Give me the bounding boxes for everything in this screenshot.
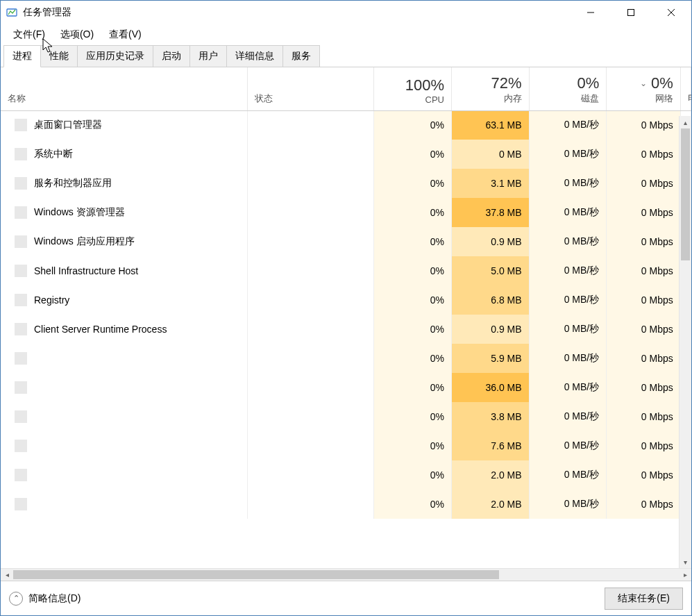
process-status: [247, 256, 374, 285]
process-name: [1, 373, 247, 402]
process-name: 桌面窗口管理器: [1, 110, 247, 140]
menu-file[interactable]: 文件(F): [6, 26, 52, 44]
scroll-down-icon[interactable]: ▾: [680, 556, 691, 568]
tab-5[interactable]: 详细信息: [226, 45, 283, 67]
scroll-left-icon[interactable]: ◂: [1, 569, 13, 581]
table-row[interactable]: 服务和控制器应用0%3.1 MB0 MB/秒0 Mbps: [1, 169, 691, 198]
process-cpu: 0%: [374, 373, 452, 402]
scroll-right-icon[interactable]: ▸: [679, 569, 691, 581]
process-disk: 0 MB/秒: [529, 373, 607, 402]
end-task-button[interactable]: 结束任务(E): [605, 588, 683, 610]
process-icon: [15, 119, 27, 131]
process-status: [247, 373, 374, 402]
col-header-memory[interactable]: 72% 内存: [451, 67, 529, 110]
table-row[interactable]: 0%5.9 MB0 MB/秒0 Mbps: [1, 344, 691, 373]
process-memory: 3.8 MB: [451, 402, 529, 431]
col-header-name[interactable]: 名称: [1, 67, 247, 110]
process-disk: 0 MB/秒: [529, 227, 607, 256]
process-name: [1, 344, 247, 373]
content-area: 名称 状态 100% CPU 72% 内存 0% 磁盘: [1, 67, 691, 581]
close-button[interactable]: [651, 1, 691, 24]
tabstrip: 进程性能应用历史记录启动用户详细信息服务: [1, 45, 691, 67]
table-row[interactable]: Client Server Runtime Process0%0.9 MB0 M…: [1, 315, 691, 344]
process-name: [1, 431, 247, 460]
tab-2[interactable]: 应用历史记录: [77, 45, 153, 67]
process-status: [247, 198, 374, 227]
minimize-button[interactable]: [571, 1, 611, 24]
fewer-details-label: 简略信息(D): [28, 592, 81, 605]
process-name: 系统中断: [1, 140, 247, 169]
window-controls: [571, 1, 691, 24]
table-row[interactable]: Registry0%6.8 MB0 MB/秒0 Mbps: [1, 285, 691, 315]
horizontal-scrollbar[interactable]: ◂ ▸: [1, 568, 691, 581]
process-icon: [15, 235, 27, 248]
process-network: 0 Mbps: [607, 110, 681, 140]
process-status: [247, 169, 374, 198]
process-status: [247, 344, 374, 373]
scroll-up-icon[interactable]: ▴: [680, 116, 691, 128]
table-row[interactable]: 桌面窗口管理器0%63.1 MB0 MB/秒0 Mbps: [1, 110, 691, 140]
process-disk: 0 MB/秒: [529, 490, 607, 519]
process-network: 0 Mbps: [607, 140, 681, 169]
table-row[interactable]: 0%7.6 MB0 MB/秒0 Mbps: [1, 431, 691, 460]
process-network: 0 Mbps: [607, 169, 681, 198]
process-memory: 6.8 MB: [451, 285, 529, 315]
process-status: [247, 460, 374, 490]
process-memory: 2.0 MB: [451, 460, 529, 490]
tab-1[interactable]: 性能: [40, 45, 78, 67]
process-network: 0 Mbps: [607, 460, 681, 490]
table-row[interactable]: 0%36.0 MB0 MB/秒0 Mbps: [1, 373, 691, 402]
process-status: [247, 227, 374, 256]
process-memory: 7.6 MB: [451, 431, 529, 460]
table-row[interactable]: Windows 资源管理器0%37.8 MB0 MB/秒0 Mbps: [1, 198, 691, 227]
process-name: [1, 490, 247, 519]
col-header-disk[interactable]: 0% 磁盘: [529, 67, 607, 110]
process-name: 服务和控制器应用: [1, 169, 247, 198]
maximize-button[interactable]: [611, 1, 651, 24]
table-row[interactable]: Shell Infrastructure Host0%5.0 MB0 MB/秒0…: [1, 256, 691, 285]
menubar: 文件(F) 选项(O) 查看(V): [1, 24, 691, 45]
process-disk: 0 MB/秒: [529, 110, 607, 140]
process-memory: 3.1 MB: [451, 169, 529, 198]
vertical-scrollbar[interactable]: ▴ ▾: [679, 116, 691, 568]
process-memory: 36.0 MB: [451, 373, 529, 402]
process-icon: [15, 206, 27, 219]
process-cpu: 0%: [374, 431, 452, 460]
process-disk: 0 MB/秒: [529, 169, 607, 198]
table-row[interactable]: 0%2.0 MB0 MB/秒0 Mbps: [1, 490, 691, 519]
fewer-details-button[interactable]: ⌃ 简略信息(D): [9, 592, 81, 606]
col-header-status[interactable]: 状态: [247, 67, 374, 110]
process-disk: 0 MB/秒: [529, 140, 607, 169]
process-disk: 0 MB/秒: [529, 285, 607, 315]
col-header-cpu[interactable]: 100% CPU: [374, 67, 452, 110]
process-disk: 0 MB/秒: [529, 460, 607, 490]
tab-3[interactable]: 启动: [153, 45, 190, 67]
table-row[interactable]: 0%3.8 MB0 MB/秒0 Mbps: [1, 402, 691, 431]
process-cpu: 0%: [374, 169, 452, 198]
process-name: Windows 启动应用程序: [1, 227, 247, 256]
table-row[interactable]: Windows 启动应用程序0%0.9 MB0 MB/秒0 Mbps: [1, 227, 691, 256]
col-header-network[interactable]: ⌄ 0% 网络: [607, 67, 681, 110]
process-icon: [15, 177, 27, 190]
process-status: [247, 402, 374, 431]
process-status: [247, 110, 374, 140]
process-icon: [15, 469, 27, 481]
menu-view[interactable]: 查看(V): [102, 26, 149, 44]
vertical-scroll-thumb[interactable]: [681, 128, 690, 260]
process-table: 名称 状态 100% CPU 72% 内存 0% 磁盘: [1, 67, 691, 519]
process-cpu: 0%: [374, 315, 452, 344]
horizontal-scroll-thumb[interactable]: [13, 570, 499, 579]
table-row[interactable]: 系统中断0%0 MB0 MB/秒0 Mbps: [1, 140, 691, 169]
process-disk: 0 MB/秒: [529, 315, 607, 344]
tab-4[interactable]: 用户: [189, 45, 227, 67]
chevron-down-icon: ⌄: [640, 78, 647, 88]
tab-0[interactable]: 进程: [3, 45, 41, 67]
tab-6[interactable]: 服务: [282, 45, 320, 67]
process-memory: 5.9 MB: [451, 344, 529, 373]
col-header-extra[interactable]: 电: [680, 67, 691, 110]
table-row[interactable]: 0%2.0 MB0 MB/秒0 Mbps: [1, 460, 691, 490]
process-status: [247, 431, 374, 460]
menu-options[interactable]: 选项(O): [53, 26, 101, 44]
process-disk: 0 MB/秒: [529, 402, 607, 431]
process-cpu: 0%: [374, 140, 452, 169]
